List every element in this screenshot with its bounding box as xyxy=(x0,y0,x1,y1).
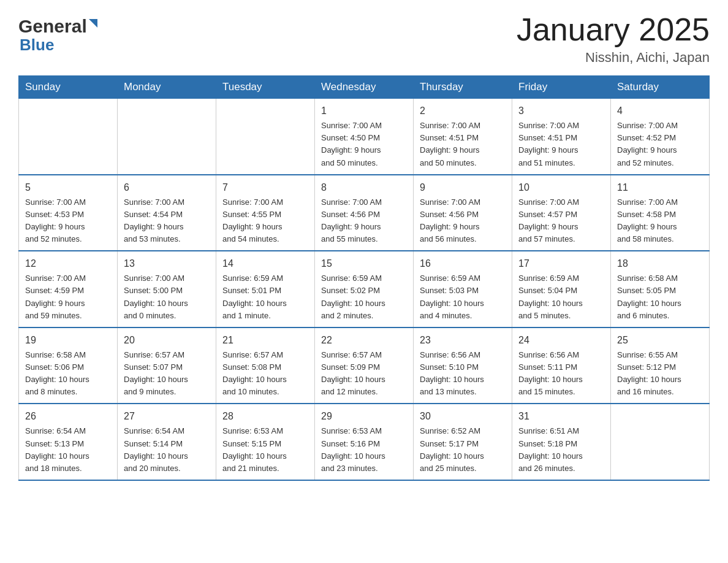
week-row-4: 19Sunrise: 6:58 AM Sunset: 5:06 PM Dayli… xyxy=(19,327,710,404)
week-row-5: 26Sunrise: 6:54 AM Sunset: 5:13 PM Dayli… xyxy=(19,404,710,480)
day-info: Sunrise: 7:00 AM Sunset: 4:51 PM Dayligh… xyxy=(420,120,506,169)
day-number: 28 xyxy=(222,409,308,424)
day-number: 16 xyxy=(420,256,506,271)
day-info: Sunrise: 6:53 AM Sunset: 5:16 PM Dayligh… xyxy=(321,425,407,475)
day-of-week-saturday: Saturday xyxy=(611,76,710,99)
calendar-cell: 7Sunrise: 7:00 AM Sunset: 4:55 PM Daylig… xyxy=(216,175,315,251)
day-info: Sunrise: 6:55 AM Sunset: 5:12 PM Dayligh… xyxy=(617,349,703,399)
day-info: Sunrise: 7:00 AM Sunset: 4:53 PM Dayligh… xyxy=(25,196,111,246)
day-number: 6 xyxy=(124,180,210,195)
day-number: 18 xyxy=(617,256,703,271)
day-number: 27 xyxy=(124,409,210,424)
calendar-cell: 23Sunrise: 6:56 AM Sunset: 5:10 PM Dayli… xyxy=(414,327,512,404)
day-info: Sunrise: 6:51 AM Sunset: 5:18 PM Dayligh… xyxy=(518,425,604,475)
day-info: Sunrise: 6:59 AM Sunset: 5:01 PM Dayligh… xyxy=(222,272,308,322)
day-info: Sunrise: 7:00 AM Sunset: 4:56 PM Dayligh… xyxy=(321,196,407,246)
calendar-cell: 30Sunrise: 6:52 AM Sunset: 5:17 PM Dayli… xyxy=(414,404,512,480)
logo: General Blue xyxy=(18,12,97,55)
calendar-cell: 21Sunrise: 6:57 AM Sunset: 5:08 PM Dayli… xyxy=(216,327,315,404)
day-info: Sunrise: 7:00 AM Sunset: 4:50 PM Dayligh… xyxy=(321,120,407,169)
day-of-week-sunday: Sunday xyxy=(19,76,118,99)
calendar-cell: 25Sunrise: 6:55 AM Sunset: 5:12 PM Dayli… xyxy=(611,327,710,404)
day-info: Sunrise: 7:00 AM Sunset: 4:57 PM Dayligh… xyxy=(518,196,604,246)
calendar-cell: 3Sunrise: 7:00 AM Sunset: 4:51 PM Daylig… xyxy=(512,99,611,175)
day-info: Sunrise: 6:59 AM Sunset: 5:04 PM Dayligh… xyxy=(518,272,604,322)
calendar-cell: 26Sunrise: 6:54 AM Sunset: 5:13 PM Dayli… xyxy=(19,404,118,480)
day-of-week-monday: Monday xyxy=(118,76,216,99)
calendar-cell xyxy=(118,99,216,175)
day-info: Sunrise: 6:56 AM Sunset: 5:11 PM Dayligh… xyxy=(518,349,604,399)
calendar-cell: 28Sunrise: 6:53 AM Sunset: 5:15 PM Dayli… xyxy=(216,404,315,480)
day-number: 20 xyxy=(124,333,210,348)
day-number: 25 xyxy=(617,333,703,348)
day-number: 13 xyxy=(124,256,210,271)
day-info: Sunrise: 7:00 AM Sunset: 4:55 PM Dayligh… xyxy=(222,196,308,246)
calendar-cell: 29Sunrise: 6:53 AM Sunset: 5:16 PM Dayli… xyxy=(315,404,414,480)
calendar-cell: 24Sunrise: 6:56 AM Sunset: 5:11 PM Dayli… xyxy=(512,327,611,404)
day-number: 22 xyxy=(321,333,407,348)
day-of-week-tuesday: Tuesday xyxy=(216,76,315,99)
calendar-cell: 31Sunrise: 6:51 AM Sunset: 5:18 PM Dayli… xyxy=(512,404,611,480)
day-info: Sunrise: 6:59 AM Sunset: 5:02 PM Dayligh… xyxy=(321,272,407,322)
calendar-cell: 6Sunrise: 7:00 AM Sunset: 4:54 PM Daylig… xyxy=(118,175,216,251)
day-of-week-thursday: Thursday xyxy=(414,76,512,99)
calendar-cell: 22Sunrise: 6:57 AM Sunset: 5:09 PM Dayli… xyxy=(315,327,414,404)
calendar-cell: 15Sunrise: 6:59 AM Sunset: 5:02 PM Dayli… xyxy=(315,251,414,327)
day-info: Sunrise: 6:52 AM Sunset: 5:17 PM Dayligh… xyxy=(420,425,506,475)
day-info: Sunrise: 6:57 AM Sunset: 5:07 PM Dayligh… xyxy=(124,349,210,399)
calendar-cell: 16Sunrise: 6:59 AM Sunset: 5:03 PM Dayli… xyxy=(414,251,512,327)
day-info: Sunrise: 7:00 AM Sunset: 4:54 PM Dayligh… xyxy=(124,196,210,246)
day-info: Sunrise: 6:54 AM Sunset: 5:13 PM Dayligh… xyxy=(25,425,111,475)
day-info: Sunrise: 6:53 AM Sunset: 5:15 PM Dayligh… xyxy=(222,425,308,475)
title-section: January 2025 Nisshin, Aichi, Japan xyxy=(517,12,710,66)
day-info: Sunrise: 6:56 AM Sunset: 5:10 PM Dayligh… xyxy=(420,349,506,399)
day-number: 1 xyxy=(321,104,407,118)
calendar-cell: 12Sunrise: 7:00 AM Sunset: 4:59 PM Dayli… xyxy=(19,251,118,327)
day-number: 24 xyxy=(518,333,604,348)
calendar-cell: 5Sunrise: 7:00 AM Sunset: 4:53 PM Daylig… xyxy=(19,175,118,251)
day-number: 14 xyxy=(222,256,308,271)
calendar-cell: 8Sunrise: 7:00 AM Sunset: 4:56 PM Daylig… xyxy=(315,175,414,251)
calendar-cell xyxy=(19,99,118,175)
day-number: 4 xyxy=(617,104,703,118)
day-info: Sunrise: 7:00 AM Sunset: 5:00 PM Dayligh… xyxy=(124,272,210,322)
day-number: 3 xyxy=(518,104,604,118)
day-number: 17 xyxy=(518,256,604,271)
calendar-header: SundayMondayTuesdayWednesdayThursdayFrid… xyxy=(19,76,710,99)
calendar-cell xyxy=(611,404,710,480)
calendar-cell: 9Sunrise: 7:00 AM Sunset: 4:56 PM Daylig… xyxy=(414,175,512,251)
day-number: 12 xyxy=(25,256,111,271)
day-number: 30 xyxy=(420,409,506,424)
calendar-cell: 18Sunrise: 6:58 AM Sunset: 5:05 PM Dayli… xyxy=(611,251,710,327)
day-info: Sunrise: 7:00 AM Sunset: 4:56 PM Dayligh… xyxy=(420,196,506,246)
week-row-1: 1Sunrise: 7:00 AM Sunset: 4:50 PM Daylig… xyxy=(19,99,710,175)
day-number: 26 xyxy=(25,409,111,424)
calendar-cell: 14Sunrise: 6:59 AM Sunset: 5:01 PM Dayli… xyxy=(216,251,315,327)
week-row-2: 5Sunrise: 7:00 AM Sunset: 4:53 PM Daylig… xyxy=(19,175,710,251)
day-info: Sunrise: 7:00 AM Sunset: 4:58 PM Dayligh… xyxy=(617,196,703,246)
day-number: 11 xyxy=(617,180,703,195)
day-number: 8 xyxy=(321,180,407,195)
day-info: Sunrise: 7:00 AM Sunset: 4:51 PM Dayligh… xyxy=(518,120,604,169)
day-of-week-friday: Friday xyxy=(512,76,611,99)
logo-triangle-icon xyxy=(89,19,97,28)
day-number: 15 xyxy=(321,256,407,271)
day-number: 5 xyxy=(25,180,111,195)
day-number: 29 xyxy=(321,409,407,424)
day-number: 23 xyxy=(420,333,506,348)
day-number: 10 xyxy=(518,180,604,195)
calendar-cell: 10Sunrise: 7:00 AM Sunset: 4:57 PM Dayli… xyxy=(512,175,611,251)
calendar-table: SundayMondayTuesdayWednesdayThursdayFrid… xyxy=(18,75,710,481)
calendar-cell: 13Sunrise: 7:00 AM Sunset: 5:00 PM Dayli… xyxy=(118,251,216,327)
calendar-subtitle: Nisshin, Aichi, Japan xyxy=(517,50,710,66)
week-row-3: 12Sunrise: 7:00 AM Sunset: 4:59 PM Dayli… xyxy=(19,251,710,327)
day-number: 21 xyxy=(222,333,308,348)
day-info: Sunrise: 7:00 AM Sunset: 4:59 PM Dayligh… xyxy=(25,272,111,322)
day-info: Sunrise: 6:58 AM Sunset: 5:05 PM Dayligh… xyxy=(617,272,703,322)
day-info: Sunrise: 6:59 AM Sunset: 5:03 PM Dayligh… xyxy=(420,272,506,322)
calendar-cell: 1Sunrise: 7:00 AM Sunset: 4:50 PM Daylig… xyxy=(315,99,414,175)
calendar-cell xyxy=(216,99,315,175)
calendar-cell: 27Sunrise: 6:54 AM Sunset: 5:14 PM Dayli… xyxy=(118,404,216,480)
day-info: Sunrise: 6:54 AM Sunset: 5:14 PM Dayligh… xyxy=(124,425,210,475)
calendar-cell: 19Sunrise: 6:58 AM Sunset: 5:06 PM Dayli… xyxy=(19,327,118,404)
